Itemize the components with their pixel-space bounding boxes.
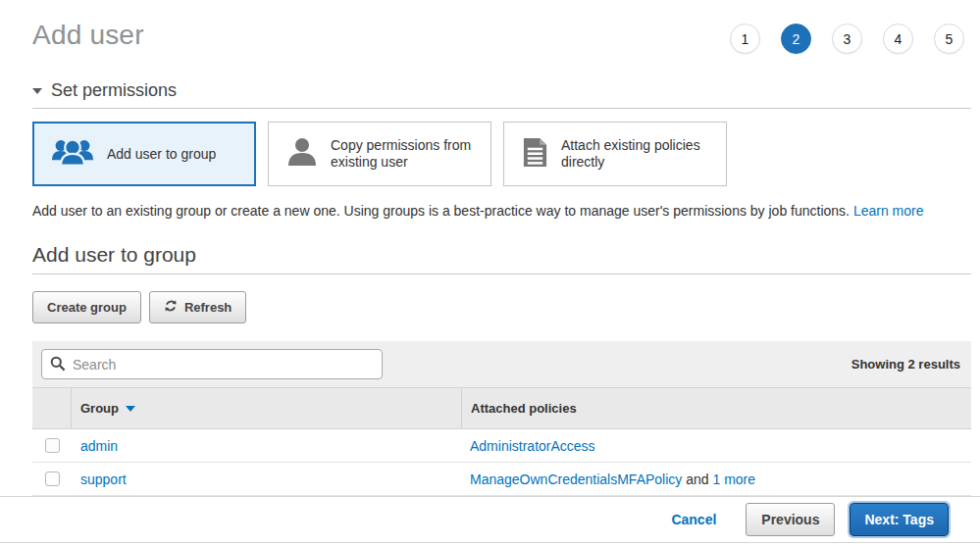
table-row-support: support ManageOwnCredentialsMFAPolicy an… <box>32 463 971 496</box>
user-group-icon <box>51 136 94 172</box>
group-toolbar: Create group Refresh <box>32 291 971 323</box>
row-checkbox-cell <box>32 463 72 495</box>
policies-join-text: and <box>682 472 712 487</box>
previous-label: Previous <box>761 512 819 527</box>
create-group-button[interactable]: Create group <box>32 291 141 323</box>
table-row-admin: admin AdministratorAccess <box>32 429 971 463</box>
table-header-row: Group Attached policies <box>32 387 971 429</box>
step-4[interactable]: 4 <box>883 24 913 54</box>
document-icon <box>522 137 548 172</box>
page-title: Add user <box>32 20 144 51</box>
create-group-label: Create group <box>47 300 127 315</box>
card-label: Copy permissions from existing user <box>331 137 483 171</box>
row-checkbox-cell <box>32 429 72 462</box>
section-description: Add user to an existing group or create … <box>32 203 971 219</box>
next-tags-label: Next: Tags <box>864 512 934 527</box>
step-1[interactable]: 1 <box>730 24 760 54</box>
group-section-title: Add user to group <box>32 243 971 267</box>
step-3[interactable]: 3 <box>832 24 862 54</box>
policy-link[interactable]: ManageOwnCredentialsMFAPolicy <box>470 472 682 487</box>
step-indicator: 1 2 3 4 5 <box>730 24 964 54</box>
column-header-attached-policies: Attached policies <box>461 388 971 428</box>
card-add-user-to-group[interactable]: Add user to group <box>32 122 256 186</box>
card-copy-permissions[interactable]: Copy permissions from existing user <box>268 122 491 186</box>
table-filter-band: Showing 2 results <box>32 341 971 387</box>
card-label: Add user to group <box>107 146 216 163</box>
row-checkbox[interactable] <box>45 438 60 453</box>
add-user-page: Add user 1 2 3 4 5 Set permissions <box>0 0 980 546</box>
wizard-footer: Cancel Previous Next: Tags <box>0 496 980 543</box>
divider <box>32 108 971 109</box>
next-tags-button[interactable]: Next: Tags <box>850 503 949 536</box>
group-cell: support <box>72 463 461 495</box>
policy-link[interactable]: AdministratorAccess <box>470 438 595 454</box>
groups-table: Showing 2 results Group Attached policie… <box>32 341 971 496</box>
user-icon <box>286 136 318 172</box>
refresh-label: Refresh <box>184 300 232 315</box>
row-checkbox[interactable] <box>45 472 60 486</box>
policies-cell: ManageOwnCredentialsMFAPolicy and 1 more <box>461 463 971 495</box>
policies-column-label: Attached policies <box>471 401 577 416</box>
sort-descending-icon <box>126 406 135 412</box>
card-attach-policies[interactable]: Attach existing policies directly <box>503 122 727 186</box>
search-box <box>41 349 383 379</box>
more-policies-link[interactable]: 1 more <box>712 472 755 487</box>
step-2-active[interactable]: 2 <box>781 24 811 54</box>
group-column-label: Group <box>80 401 119 416</box>
chevron-down-icon <box>32 88 42 94</box>
group-link[interactable]: admin <box>80 438 118 454</box>
main-content: Set permissions Add user to group <box>32 80 971 496</box>
search-input[interactable] <box>41 349 383 379</box>
learn-more-link[interactable]: Learn more <box>853 203 924 219</box>
results-count: Showing 2 results <box>851 357 961 372</box>
group-cell: admin <box>72 429 461 462</box>
refresh-icon <box>164 299 178 316</box>
set-permissions-label: Set permissions <box>51 80 177 101</box>
permission-option-cards: Add user to group Copy permissions from … <box>32 122 971 186</box>
divider <box>32 273 971 274</box>
policies-cell: AdministratorAccess <box>461 429 971 462</box>
group-link[interactable]: support <box>80 472 127 487</box>
column-header-group[interactable]: Group <box>72 388 461 428</box>
set-permissions-header[interactable]: Set permissions <box>32 80 971 101</box>
card-label: Attach existing policies directly <box>561 137 718 171</box>
cancel-button[interactable]: Cancel <box>671 512 716 527</box>
description-text: Add user to an existing group or create … <box>32 203 853 219</box>
search-icon <box>50 356 66 375</box>
header-checkbox-cell <box>32 388 72 428</box>
step-5[interactable]: 5 <box>934 24 964 54</box>
page-header: Add user 1 2 3 4 5 <box>0 0 980 54</box>
previous-button[interactable]: Previous <box>746 503 835 536</box>
refresh-button[interactable]: Refresh <box>149 291 246 323</box>
